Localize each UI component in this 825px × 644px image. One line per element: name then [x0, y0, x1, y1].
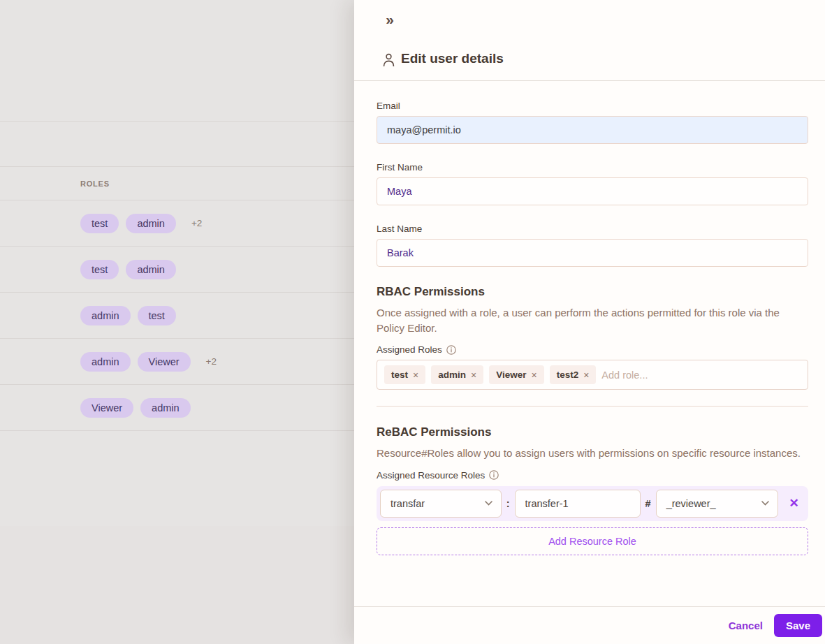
table-row: test admin [0, 247, 355, 293]
user-icon [383, 53, 395, 67]
rebac-section-heading: ReBAC Permissions [377, 425, 808, 439]
table-row: test admin +2 [0, 200, 355, 247]
section-divider [377, 406, 808, 407]
drawer-footer: Cancel Save [354, 606, 825, 644]
assigned-resource-roles-label: Assigned Resource Roles [377, 470, 808, 481]
role-pill: admin [126, 214, 176, 233]
add-resource-role-button[interactable]: Add Resource Role [377, 527, 808, 555]
assigned-resource-roles-label-text: Assigned Resource Roles [377, 470, 485, 481]
assigned-roles-multiselect[interactable]: test × admin × Viewer × test2 × [377, 360, 808, 390]
resource-select[interactable]: transfar [380, 490, 502, 518]
cancel-button[interactable]: Cancel [729, 620, 763, 631]
rbac-section-description: Once assigned with a role, a user can pe… [377, 305, 810, 335]
add-role-input[interactable] [601, 366, 801, 384]
drawer-title: Edit user details [401, 51, 504, 66]
role-pill: admin [80, 352, 131, 372]
assigned-role-chip: admin × [431, 365, 483, 384]
remove-role-icon[interactable]: × [583, 369, 589, 381]
edit-user-drawer: » Edit user details Email First Name Las… [354, 0, 825, 644]
last-name-label: Last Name [377, 224, 808, 234]
assigned-role-chip: test2 × [550, 365, 597, 384]
resource-instance-input[interactable] [515, 490, 641, 518]
role-chip-label: admin [438, 369, 466, 380]
role-pill: admin [140, 398, 191, 418]
table-row: admin Viewer +2 [0, 339, 355, 385]
info-icon[interactable] [489, 470, 499, 480]
role-chip-label: Viewer [496, 369, 526, 380]
rbac-section-heading: RBAC Permissions [377, 285, 808, 299]
assigned-role-chip: test × [384, 365, 425, 384]
rebac-section-description: Resource#Roles allow you to assign users… [377, 446, 810, 461]
table-row: Viewer admin [0, 385, 355, 431]
resource-role-row: transfar : # _reviewer_ ✕ [377, 486, 808, 521]
last-name-field[interactable] [377, 239, 808, 267]
resource-role-select[interactable]: _reviewer_ [656, 490, 779, 518]
roles-column-header: ROLES [80, 180, 110, 188]
role-pill: admin [126, 260, 176, 279]
first-name-label: First Name [377, 162, 808, 173]
resource-role-select-value: _reviewer_ [666, 498, 716, 509]
email-label: Email [377, 101, 808, 111]
email-field[interactable] [377, 116, 808, 144]
more-roles-count: +2 [191, 218, 202, 228]
role-pill: Viewer [138, 352, 191, 372]
table-header-row: ROLES [0, 166, 355, 200]
assigned-roles-label: Assigned Roles [377, 344, 808, 355]
more-roles-count: +2 [206, 356, 217, 367]
assigned-roles-label-text: Assigned Roles [377, 344, 442, 355]
remove-role-icon[interactable]: × [471, 369, 476, 381]
drawer-header: Edit user details [354, 0, 825, 81]
role-pill: admin [80, 306, 131, 325]
remove-role-icon[interactable]: × [413, 369, 418, 381]
role-chip-label: test2 [557, 369, 579, 380]
info-icon[interactable] [446, 345, 456, 355]
dimmed-users-table-background[interactable]: ROLES test admin +2 test admin admin tes… [0, 0, 355, 644]
chevron-down-icon [485, 501, 492, 506]
role-pill: test [80, 260, 119, 279]
assigned-role-chip: Viewer × [489, 365, 543, 384]
save-button[interactable]: Save [774, 614, 822, 637]
remove-role-icon[interactable]: × [531, 369, 536, 381]
resource-select-value: transfar [390, 498, 425, 509]
role-pill: test [138, 306, 176, 325]
table-top-divider [0, 121, 355, 122]
role-pill: Viewer [80, 398, 133, 418]
remove-resource-role-icon[interactable]: ✕ [783, 492, 805, 515]
drawer-body: Email First Name Last Name RBAC Permissi… [354, 81, 825, 606]
hash-separator: # [645, 498, 651, 509]
first-name-field[interactable] [377, 177, 808, 205]
role-pill: test [80, 214, 119, 233]
chevron-down-icon [761, 501, 769, 506]
table-row: admin test [0, 293, 355, 339]
colon-separator: : [506, 498, 510, 509]
role-chip-label: test [391, 369, 408, 380]
